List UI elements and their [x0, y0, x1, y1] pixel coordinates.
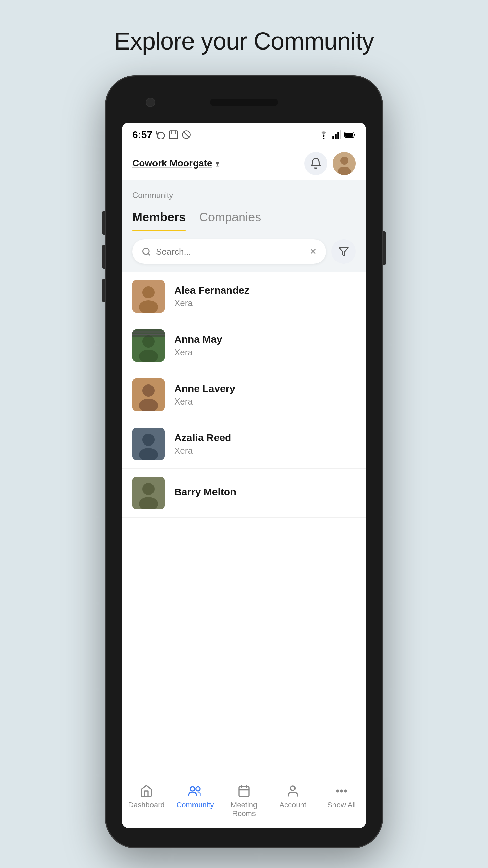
svg-marker-18: [339, 248, 348, 256]
svg-point-14: [340, 157, 348, 165]
search-container: ✕: [122, 231, 366, 272]
member-name-5: Barry Melton: [174, 486, 356, 498]
svg-rect-39: [239, 787, 249, 797]
bottom-nav: Dashboard Community: [122, 777, 366, 828]
avatar-image-5: [132, 477, 165, 509]
phone-camera: [146, 98, 155, 107]
members-list: Alea Fernandez Xera: [122, 272, 366, 777]
community-icon: [188, 784, 203, 798]
svg-point-20: [142, 286, 155, 298]
avatar-image-2: [132, 329, 165, 362]
nav-item-show-all[interactable]: Show All: [321, 784, 362, 809]
filter-icon: [338, 246, 349, 257]
member-item[interactable]: Barry Melton: [122, 469, 366, 518]
nav-label-dashboard: Dashboard: [128, 801, 165, 809]
svg-line-4: [184, 132, 189, 137]
user-avatar-header[interactable]: [333, 152, 356, 175]
workspace-name-text: Cowork Moorgate: [132, 158, 212, 169]
svg-point-35: [142, 483, 155, 495]
avatar-image-3: [132, 378, 165, 411]
section-label: Community: [132, 191, 356, 200]
nav-item-dashboard[interactable]: Dashboard: [126, 784, 167, 809]
svg-rect-6: [332, 136, 334, 139]
user-avatar-image: [333, 152, 356, 175]
svg-line-17: [148, 253, 150, 255]
sd-status-icon: [169, 130, 178, 139]
member-item[interactable]: Anne Lavery Xera: [122, 370, 366, 419]
member-name-1: Alea Fernandez: [174, 284, 356, 296]
svg-rect-25: [132, 329, 165, 337]
calendar-icon: [237, 784, 251, 798]
member-avatar-2: [132, 329, 165, 362]
content-area: Community Members Companies ✕: [122, 180, 366, 828]
tab-members[interactable]: Members: [132, 203, 186, 231]
nav-label-meeting-rooms: Meeting Rooms: [231, 801, 257, 818]
battery-status-icon: [344, 131, 356, 138]
header-actions: [304, 152, 356, 175]
tab-companies[interactable]: Companies: [199, 203, 261, 231]
nav-item-account[interactable]: Account: [272, 784, 313, 809]
member-item[interactable]: Azalia Reed Xera: [122, 419, 366, 469]
svg-point-43: [290, 786, 295, 790]
member-info-2: Anna May Xera: [174, 334, 356, 358]
svg-rect-11: [345, 133, 353, 137]
avatar-image-4: [132, 428, 165, 460]
workspace-selector[interactable]: Cowork Moorgate ▾: [132, 158, 219, 169]
account-icon: [286, 784, 300, 798]
svg-point-45: [341, 790, 343, 792]
svg-rect-7: [335, 134, 337, 139]
svg-rect-12: [354, 134, 355, 136]
status-right-icons: [318, 130, 356, 139]
svg-point-5: [323, 138, 324, 139]
svg-point-37: [190, 787, 195, 791]
member-info-4: Azalia Reed Xera: [174, 432, 356, 456]
member-company-2: Xera: [174, 347, 356, 358]
status-left-group: 6:57: [132, 129, 191, 140]
app-header: Cowork Moorgate ▾: [122, 146, 366, 180]
home-icon: [140, 784, 153, 798]
page-title: Explore your Community: [114, 27, 374, 55]
svg-rect-0: [169, 131, 177, 138]
member-company-3: Xera: [174, 396, 356, 407]
avatar-image-1: [132, 280, 165, 313]
svg-point-32: [142, 434, 155, 446]
refresh-status-icon: [156, 130, 165, 139]
member-company-1: Xera: [174, 298, 356, 309]
wifi-status-icon: [318, 130, 329, 139]
member-info-1: Alea Fernandez Xera: [174, 284, 356, 309]
nav-item-community[interactable]: Community: [175, 784, 216, 809]
nav-label-community: Community: [176, 801, 214, 809]
member-avatar-1: [132, 280, 165, 313]
clear-search-icon[interactable]: ✕: [310, 247, 317, 256]
svg-point-46: [345, 790, 346, 792]
signal-status-icon: [332, 130, 342, 139]
search-input-wrap: ✕: [132, 239, 326, 264]
phone-screen: 6:57: [122, 123, 366, 828]
notification-button[interactable]: [304, 152, 327, 175]
member-item[interactable]: Anna May Xera: [122, 321, 366, 370]
phone-speaker: [210, 99, 278, 106]
svg-rect-9: [340, 130, 341, 139]
status-time: 6:57: [132, 129, 152, 140]
member-info-3: Anne Lavery Xera: [174, 383, 356, 407]
svg-rect-8: [337, 132, 339, 139]
svg-point-38: [196, 787, 200, 791]
member-name-2: Anna May: [174, 334, 356, 345]
bell-icon: [310, 157, 322, 170]
phone-top: [119, 82, 369, 123]
more-icon: [335, 784, 348, 798]
nav-item-meeting-rooms[interactable]: Meeting Rooms: [224, 784, 264, 818]
member-item[interactable]: Alea Fernandez Xera: [122, 272, 366, 321]
tabs-container: Members Companies: [122, 203, 366, 231]
phone-shell: 6:57: [105, 75, 383, 848]
member-name-3: Anne Lavery: [174, 383, 356, 394]
svg-point-29: [142, 384, 155, 397]
member-company-4: Xera: [174, 446, 356, 456]
section-header: Community: [122, 180, 366, 203]
member-avatar-3: [132, 378, 165, 411]
nav-label-show-all: Show All: [327, 801, 356, 809]
nav-label-account: Account: [279, 801, 306, 809]
filter-button[interactable]: [331, 239, 356, 264]
search-input[interactable]: [156, 246, 305, 257]
svg-point-44: [337, 790, 339, 792]
